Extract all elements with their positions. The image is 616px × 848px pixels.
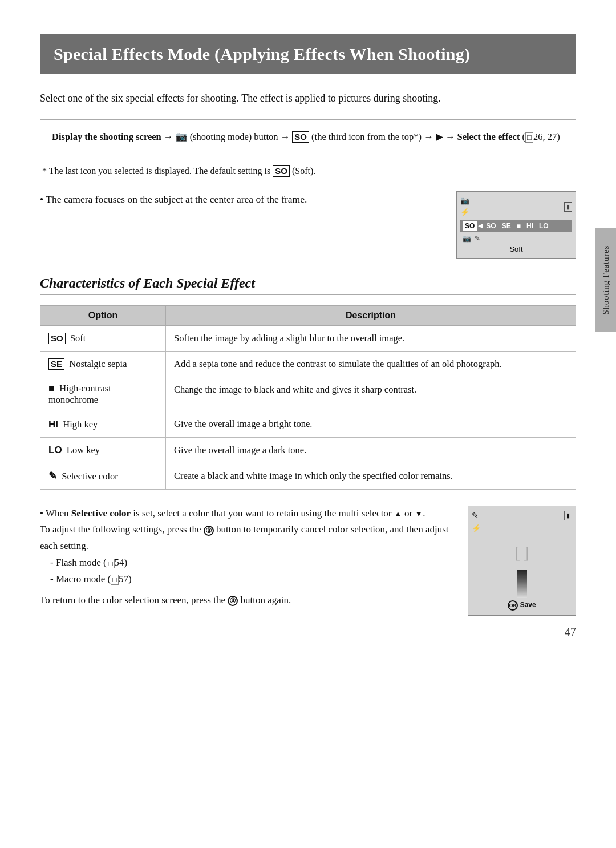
selective-camera-mockup: ✎ ▮ ⚡ [ ] OK Save (468, 506, 576, 616)
icon-so: SO (48, 333, 66, 344)
page-ref: (□26, 27) (522, 131, 560, 142)
table-row: HI High key Give the overall image a bri… (40, 411, 576, 437)
menu-so: SO (463, 221, 477, 231)
dash-item-macro: Macro mode (□57) (50, 571, 451, 588)
note-text: * The last icon you selected is displaye… (42, 164, 576, 179)
left-bracket: [ (514, 543, 520, 562)
sel-cam-icons-row: ⚡ (472, 524, 572, 533)
camera-top-row: 📷 ⚡ ▮ (460, 196, 572, 217)
triangle-up-icon: ▲ (394, 507, 402, 521)
sel-cam-pencil: ✎ (472, 511, 479, 520)
camera-icon-col: 📷 ⚡ (460, 196, 469, 217)
menu-arrow: ◀ (478, 222, 483, 229)
cam-bottom-icon-2: ✎ (475, 235, 480, 243)
color-bar (517, 570, 527, 598)
ok-button-icon: Ⓢ (204, 526, 214, 536)
camera-menu-row: SO ◀ SO SE ■ HI LO (460, 220, 572, 232)
desc-selective: Create a black and white image in which … (166, 463, 576, 489)
sel-cam-top: ✎ ▮ (472, 511, 572, 520)
table-row: LO Low key Give the overall image a dark… (40, 437, 576, 463)
table-row: SE Nostalgic sepia Add a sepia tone and … (40, 351, 576, 377)
option-cell-soft: SO Soft (40, 325, 166, 351)
sel-cam-flash-icon: ⚡ (472, 524, 481, 533)
option-cell-sepia: SE Nostalgic sepia (40, 351, 166, 377)
page: Shooting Features Special Effects Mode (… (0, 0, 616, 661)
selective-return-text: To return to the color selection screen,… (40, 592, 451, 609)
camera-battery: ▮ (564, 202, 572, 212)
selective-bold: Selective color (71, 508, 131, 519)
camera-focus-text: The camera focuses on the subject at the… (40, 191, 439, 208)
instruction-box: Display the shooting screen → 📷 (shootin… (40, 119, 576, 154)
menu-box: ■ (514, 221, 523, 231)
ok-button-icon-2: Ⓢ (228, 596, 238, 606)
table-header-description: Description (166, 305, 576, 325)
label-soft: Soft (70, 333, 86, 344)
selective-text: When Selective color is set, select a co… (40, 506, 451, 609)
ref-box-57: □ (111, 575, 119, 585)
instruction-rest: (the third icon from the top*) → ▶ → (311, 131, 457, 142)
option-cell-mono: ■ High-contrastmonochrome (40, 377, 166, 411)
desc-lowkey: Give the overall image a dark tone. (166, 437, 576, 463)
camera-screen-mockup: 📷 ⚡ ▮ SO ◀ SO SE ■ HI LO 📷 ✎ Soft (456, 191, 576, 259)
desc-mono: Change the image to black and white and … (166, 377, 576, 411)
option-cell-highkey: HI High key (40, 411, 166, 437)
effects-table: Option Description SO Soft Soften the im… (40, 305, 576, 490)
icon-hi: HI (48, 419, 58, 430)
label-sepia: Nostalgic sepia (69, 358, 127, 369)
menu-so2: SO (484, 221, 498, 231)
camera-bottom-icons: 📷 ✎ (460, 235, 572, 243)
menu-hi: HI (524, 221, 536, 231)
label-lowkey: Low key (67, 445, 100, 455)
ok-icon-cam: OK (508, 600, 518, 611)
label-highkey: High key (63, 419, 98, 430)
selective-section: When Selective color is set, select a co… (40, 506, 576, 616)
desc-soft: Soften the image by adding a slight blur… (166, 325, 576, 351)
cam-bottom-icon-1: 📷 (463, 235, 471, 243)
table-header-option: Option (40, 305, 166, 325)
icon-se: SE (48, 358, 64, 370)
cam-icon-2: ⚡ (460, 208, 469, 217)
so-icon-instruction: SO (292, 131, 309, 143)
right-bracket: ] (524, 543, 529, 562)
label-selective: Selective color (62, 471, 118, 482)
camera-icon-text: 📷 (shooting mode) button → (176, 131, 293, 142)
table-row: SO Soft Soften the image by adding a sli… (40, 325, 576, 351)
icon-selective: ✎ (48, 470, 57, 482)
option-cell-lowkey: LO Low key (40, 437, 166, 463)
desc-highkey: Give the overall image a bright tone. (166, 411, 576, 437)
selective-dash-list: Flash mode (□54) Macro mode (□57) (50, 555, 451, 588)
side-tab-label: Shooting Features (601, 245, 611, 315)
menu-se: SE (500, 221, 513, 231)
label-mono: High-contrastmonochrome (48, 383, 111, 405)
triangle-down-icon: ▼ (415, 507, 423, 521)
menu-lo: LO (537, 221, 551, 231)
section-heading: Characteristics of Each Special Effect (40, 276, 576, 295)
icon-mono: ■ (48, 382, 55, 394)
table-row: ■ High-contrastmonochrome Change the ima… (40, 377, 576, 411)
select-effect-label: Select the effect (457, 131, 520, 142)
ref-box-54: □ (107, 559, 115, 569)
so-icon-note: SO (273, 165, 290, 177)
dash-item-flash: Flash mode (□54) (50, 555, 451, 571)
page-number: 47 (565, 625, 576, 639)
sel-cam-battery: ▮ (564, 511, 572, 520)
sel-cam-ok-label: OK Save (472, 600, 572, 611)
intro-text: Select one of the six special effects fo… (40, 90, 576, 107)
camera-soft-label: Soft (460, 245, 572, 253)
table-row: ✎ Selective color Create a black and whi… (40, 463, 576, 489)
icon-lo: LO (48, 445, 62, 456)
bullet-camera-row: The camera focuses on the subject at the… (40, 191, 576, 259)
page-title: Special Effects Mode (Applying Effects W… (40, 34, 576, 74)
selective-intro: When Selective color is set, select a co… (40, 506, 451, 555)
instruction-label: Display the shooting screen → (52, 131, 176, 142)
option-cell-selective: ✎ Selective color (40, 463, 166, 489)
sel-cam-center: [ ] (472, 535, 572, 570)
desc-sepia: Add a sepia tone and reduce the contrast… (166, 351, 576, 377)
side-tab: Shooting Features (595, 228, 616, 332)
cam-icon-1: 📷 (460, 196, 469, 206)
